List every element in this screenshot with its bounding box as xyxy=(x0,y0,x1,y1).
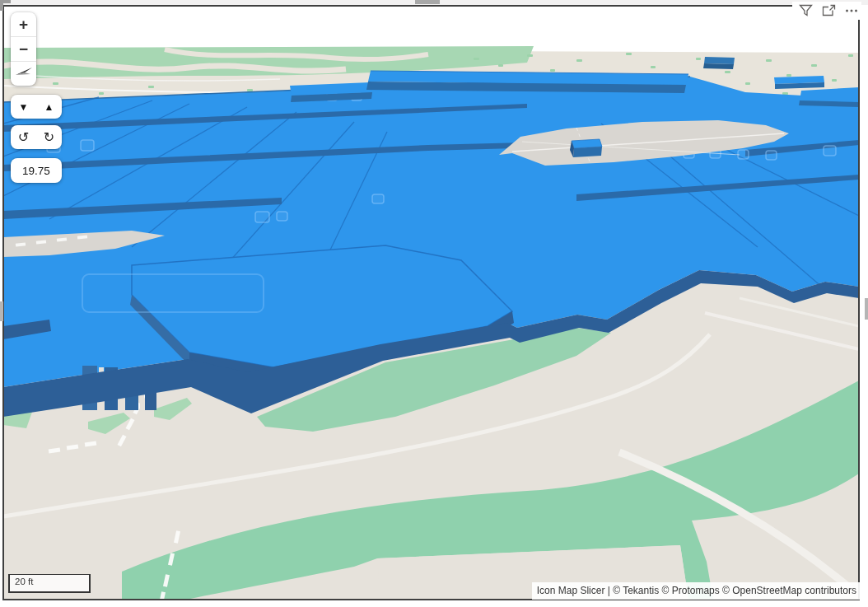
resize-handle-top[interactable] xyxy=(415,0,440,4)
filter-icon[interactable] xyxy=(799,4,813,17)
zoom-out-button[interactable]: − xyxy=(11,36,36,61)
compass-button[interactable] xyxy=(11,61,36,86)
small-extruded-box xyxy=(570,139,602,157)
map-canvas[interactable] xyxy=(3,6,859,600)
rotate-cw-button[interactable]: ↻ xyxy=(36,125,62,149)
resize-handle-right[interactable] xyxy=(865,298,868,320)
more-options-icon[interactable] xyxy=(845,4,858,17)
scale-bar: 20 ft xyxy=(8,574,91,593)
tilt-control-group: ▼ ▲ xyxy=(11,95,62,119)
resize-handle-corner[interactable] xyxy=(0,0,11,11)
tilt-up-button[interactable]: ▲ xyxy=(36,95,62,119)
height-value-display[interactable]: 19.75 xyxy=(11,158,62,183)
zoom-in-button[interactable]: + xyxy=(11,12,36,36)
zoom-control-group: + − xyxy=(11,12,36,86)
rotate-control-group: ↺ ↻ xyxy=(11,125,62,149)
map-attribution[interactable]: Icon Map Slicer | © Tekantis © Protomaps… xyxy=(532,582,861,600)
resize-handle-left[interactable] xyxy=(0,301,3,321)
focus-mode-icon[interactable] xyxy=(822,4,836,17)
tilt-down-button[interactable]: ▼ xyxy=(11,95,36,119)
compass-needle-icon xyxy=(14,63,34,85)
rotate-ccw-button[interactable]: ↺ xyxy=(11,125,36,149)
visual-header xyxy=(792,2,861,20)
